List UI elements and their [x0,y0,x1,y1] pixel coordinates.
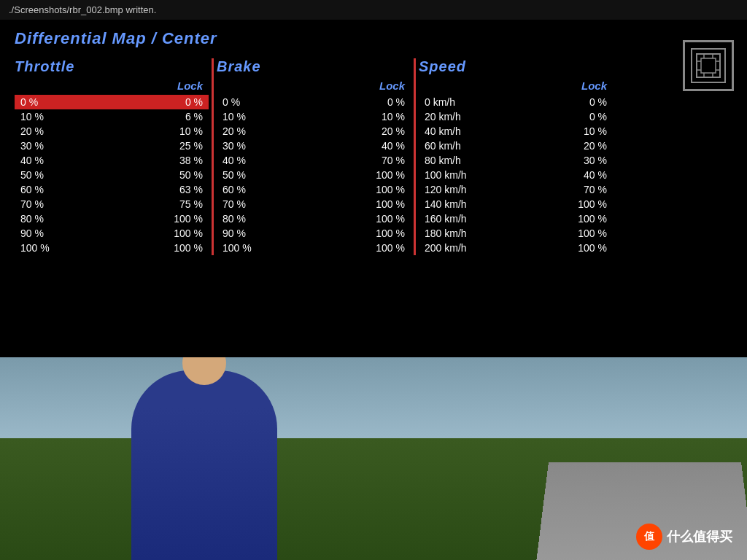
table-row: 20 km/h0 % [419,109,613,124]
cell-input: 50 % [15,168,112,182]
table-row: 50 %50 % [15,168,209,182]
table-row: 140 km/h100 % [419,197,613,211]
svg-rect-0 [697,54,720,77]
cell-lock: 30 % [529,153,613,168]
cell-input: 50 % [217,168,314,182]
table-row: 80 %100 % [15,211,209,226]
cell-input: 200 km/h [419,241,529,255]
cell-lock: 100 % [529,211,613,226]
watermark-logo: 值 [636,524,662,550]
table-row: 40 km/h10 % [419,124,613,139]
corner-icon-inner [691,48,726,83]
table-row: 200 km/h100 % [419,241,613,255]
cell-input: 20 % [217,124,314,139]
divider-2 [414,58,416,255]
cell-lock: 0 % [529,95,613,109]
table-row: 100 km/h40 % [419,168,613,182]
table-row: 90 %100 % [15,226,209,241]
cell-lock: 20 % [314,124,411,139]
cell-input: 100 % [217,241,314,255]
cell-lock: 0 % [314,95,411,109]
cell-input: 10 % [217,109,314,124]
cell-lock: 100 % [314,241,411,255]
table-row: 90 %100 % [217,226,411,241]
table-row: 100 %100 % [15,241,209,255]
cell-input: 30 % [217,139,314,153]
watermark: 值 什么值得买 [636,524,732,550]
cell-lock: 100 % [112,226,209,241]
table-row: 120 km/h70 % [419,182,613,197]
cell-input: 120 km/h [419,182,529,197]
status-bar: ./Screenshots/rbr_002.bmp written. [0,0,747,20]
brake-title: Brake [217,58,411,75]
sky [0,357,747,438]
brake-table: Lock 0 %0 %10 %10 %20 %20 %30 %40 %40 %7… [217,78,411,255]
table-row: 180 km/h100 % [419,226,613,241]
cell-lock: 0 % [112,95,209,109]
cell-input: 70 % [15,197,112,211]
table-row: 20 %10 % [15,124,209,139]
table-row: 60 %100 % [217,182,411,197]
table-row: 40 %70 % [217,153,411,168]
throttle-table: Lock 0 %0 %10 %6 %20 %10 %30 %25 %40 %38… [15,78,209,255]
cell-lock: 6 % [112,109,209,124]
cell-input: 90 % [217,226,314,241]
cell-input: 80 % [217,211,314,226]
table-row: 0 km/h0 % [419,95,613,109]
brake-input-header [217,78,314,95]
cell-lock: 25 % [112,139,209,153]
cell-input: 0 % [15,95,112,109]
throttle-section: Throttle Lock 0 %0 %10 %6 %20 %10 %30 %2… [15,58,209,255]
cell-lock: 100 % [529,226,613,241]
brake-lock-header: Lock [314,78,411,95]
cell-lock: 100 % [529,197,613,211]
table-row: 30 %25 % [15,139,209,153]
speed-input-header [419,78,529,95]
cell-lock: 0 % [529,109,613,124]
cell-input: 100 km/h [419,168,529,182]
table-row: 160 km/h100 % [419,211,613,226]
speed-table: Lock 0 km/h0 %20 km/h0 %40 km/h10 %60 km… [419,78,613,255]
cell-input: 10 % [15,109,112,124]
cell-input: 20 km/h [419,109,529,124]
table-row: 70 %75 % [15,197,209,211]
cell-lock: 40 % [314,139,411,153]
figure-head [182,357,226,385]
cell-input: 140 km/h [419,197,529,211]
cell-input: 80 km/h [419,153,529,168]
table-row: 80 km/h30 % [419,153,613,168]
divider-1 [212,58,214,255]
table-row: 10 %10 % [217,109,411,124]
cell-lock: 20 % [529,139,613,153]
player-figure [131,370,277,560]
cell-input: 40 % [15,153,112,168]
game-background [0,357,747,560]
cell-input: 0 % [217,95,314,109]
cell-input: 30 % [15,139,112,153]
cell-input: 90 % [15,226,112,241]
cell-input: 180 km/h [419,226,529,241]
table-row: 0 %0 % [15,95,209,109]
cell-lock: 100 % [314,211,411,226]
cell-lock: 100 % [314,168,411,182]
cell-input: 80 % [15,211,112,226]
speed-title: Speed [419,58,613,75]
cell-input: 40 % [217,153,314,168]
watermark-text: 什么值得买 [667,528,732,545]
cell-input: 70 % [217,197,314,211]
cell-input: 60 % [217,182,314,197]
table-row: 100 %100 % [217,241,411,255]
speed-section: Speed Lock 0 km/h0 %20 km/h0 %40 km/h10 … [419,58,613,255]
table-row: 10 %6 % [15,109,209,124]
watermark-icon: 值 [644,530,654,543]
cell-lock: 70 % [314,153,411,168]
cell-lock: 10 % [529,124,613,139]
table-row: 0 %0 % [217,95,411,109]
cell-lock: 63 % [112,182,209,197]
cell-lock: 70 % [529,182,613,197]
throttle-title: Throttle [15,58,209,75]
cell-lock: 100 % [314,226,411,241]
table-row: 30 %40 % [217,139,411,153]
speed-lock-header: Lock [529,78,613,95]
cell-input: 60 % [15,182,112,197]
